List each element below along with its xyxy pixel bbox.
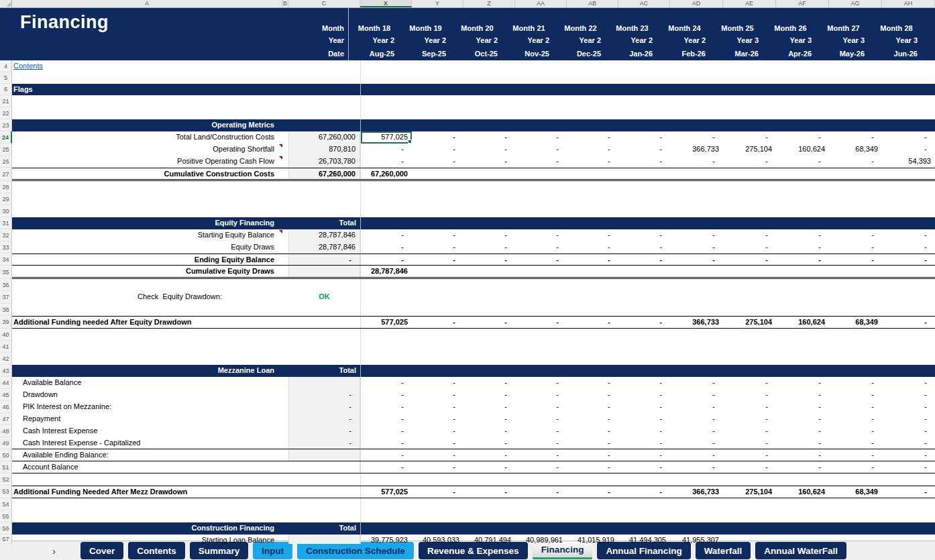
cell-AA-34[interactable]: - [515, 254, 567, 265]
cell-AG-35[interactable] [829, 266, 882, 277]
cell-c-21[interactable] [288, 95, 360, 107]
cell-X-36[interactable] [360, 279, 412, 291]
cell-AD-28[interactable] [670, 181, 723, 193]
cell-c-5[interactable] [288, 72, 360, 84]
row-label-44[interactable]: Available Balance [12, 377, 282, 389]
cell-AG-31[interactable] [829, 217, 882, 229]
cell-AB-35[interactable] [567, 266, 618, 277]
cell-AC-49[interactable]: - [618, 437, 670, 449]
cell-AA-55[interactable] [515, 510, 567, 522]
row-number-51[interactable]: 51 [0, 461, 12, 473]
cell-AG-24[interactable]: - [829, 131, 882, 144]
cell-Y-24[interactable]: - [412, 131, 463, 144]
row-label-35[interactable]: Cumulative Equity Draws [12, 266, 282, 277]
cell-AH-23[interactable] [882, 119, 935, 131]
cell-AB-53[interactable]: - [567, 486, 618, 498]
cell-AG-28[interactable] [829, 181, 882, 193]
cell-Z-44[interactable]: - [463, 377, 515, 389]
cell-AF-4[interactable] [776, 60, 829, 72]
cell-AG-38[interactable] [829, 304, 882, 316]
row-number-39[interactable]: 39 [0, 316, 12, 329]
cell-AB-48[interactable]: - [567, 425, 618, 437]
cell-X-42[interactable] [360, 353, 412, 365]
cell-Z-57[interactable]: 40,791,494 [463, 535, 515, 544]
cell-AG-48[interactable]: - [829, 425, 882, 437]
cell-Z-22[interactable] [463, 107, 515, 119]
cell-Y-30[interactable] [412, 205, 463, 217]
cell-AH-51[interactable]: - [882, 461, 935, 473]
column-letter-AA[interactable]: AA [515, 0, 567, 7]
cell-Z-55[interactable] [463, 510, 515, 522]
cell-AB-25[interactable]: - [567, 144, 618, 156]
cell-AA-28[interactable] [515, 181, 567, 193]
row-number-57[interactable]: 57 [0, 535, 12, 544]
cell-AH-41[interactable] [882, 341, 935, 353]
cell-AC-48[interactable]: - [618, 425, 670, 437]
cell-b-37[interactable] [282, 291, 288, 304]
cell-AF-30[interactable] [776, 205, 829, 217]
cell-a-30[interactable] [12, 205, 282, 217]
cell-AE-47[interactable]: - [723, 413, 776, 425]
row-number-29[interactable]: 29 [0, 193, 12, 205]
cell-AE-56[interactable] [723, 522, 776, 535]
cell-AA-35[interactable] [515, 266, 567, 277]
cell-b-51[interactable] [282, 461, 288, 473]
cell-AF-24[interactable]: - [776, 131, 829, 144]
cell-AD-4[interactable] [670, 60, 723, 72]
cell-AC-52[interactable] [618, 473, 670, 486]
cell-AD-57[interactable]: 41,955,307 [670, 535, 723, 544]
header-date-AA[interactable]: Nov-25 [503, 48, 555, 60]
cell-c-30[interactable] [288, 205, 360, 217]
column-letter-Y[interactable]: Y [412, 0, 463, 7]
cell-AB-49[interactable]: - [567, 437, 618, 449]
cell-AH-34[interactable]: - [882, 254, 935, 265]
check-status-value[interactable]: OK [288, 291, 360, 304]
cell-AB-34[interactable]: - [567, 254, 618, 265]
cell-AD-34[interactable]: - [670, 254, 723, 265]
cell-c-42[interactable] [288, 353, 360, 365]
cell-AB-22[interactable] [567, 107, 618, 119]
row-number-38[interactable]: 38 [0, 304, 12, 316]
header-year-Z[interactable]: Year 2 [451, 35, 503, 48]
cell-b-49[interactable] [282, 437, 288, 449]
cell-AD-54[interactable] [670, 498, 723, 510]
section-total-label-43[interactable]: Total [288, 365, 360, 377]
cell-AA-25[interactable]: - [515, 144, 567, 156]
cell-AD-25[interactable]: 366,733 [670, 144, 723, 156]
cell-AG-43[interactable] [829, 365, 882, 377]
cell-Y-4[interactable] [412, 60, 463, 72]
total-cell-35[interactable] [288, 266, 360, 277]
cell-AC-23[interactable] [618, 119, 670, 131]
cell-AD-33[interactable]: - [670, 241, 723, 254]
cell-b-44[interactable] [282, 377, 288, 389]
row-number-43[interactable]: 43 [0, 365, 12, 377]
row-number-33[interactable]: 33 [0, 241, 12, 254]
row-label-48[interactable]: Cash Interest Expense [12, 425, 282, 437]
cell-Z-26[interactable]: - [463, 156, 515, 168]
header-label-year[interactable]: Year [276, 35, 348, 48]
column-letter-X[interactable]: X [360, 0, 412, 7]
cell-X-31[interactable] [360, 217, 412, 229]
cell-Z-27[interactable] [463, 168, 515, 179]
cell-b-36[interactable] [282, 279, 288, 291]
cell-Y-38[interactable] [412, 304, 463, 316]
cell-Y-28[interactable] [412, 181, 463, 193]
row-number-26[interactable]: 26 [0, 156, 12, 168]
banner-label-53[interactable]: Additional Funding Needed After Mezz Dra… [12, 486, 360, 498]
cell-Y-33[interactable]: - [412, 241, 463, 254]
cell-AH-47[interactable]: - [882, 413, 935, 425]
cell-Y-45[interactable]: - [412, 389, 463, 401]
cell-Z-33[interactable]: - [463, 241, 515, 254]
cell-Y-46[interactable]: - [412, 401, 463, 413]
cell-Z-41[interactable] [463, 341, 515, 353]
cell-Y-31[interactable] [412, 217, 463, 229]
cell-Z-36[interactable] [463, 279, 515, 291]
cell-X-55[interactable] [360, 510, 412, 522]
total-cell-34[interactable]: - [288, 254, 360, 265]
cell-AG-33[interactable]: - [829, 241, 882, 254]
cell-AE-55[interactable] [723, 510, 776, 522]
cell-AE-27[interactable] [723, 168, 776, 179]
cell-X-21[interactable] [360, 95, 412, 107]
row-number-27[interactable]: 27 [0, 168, 12, 181]
cell-Z-51[interactable]: - [463, 461, 515, 473]
